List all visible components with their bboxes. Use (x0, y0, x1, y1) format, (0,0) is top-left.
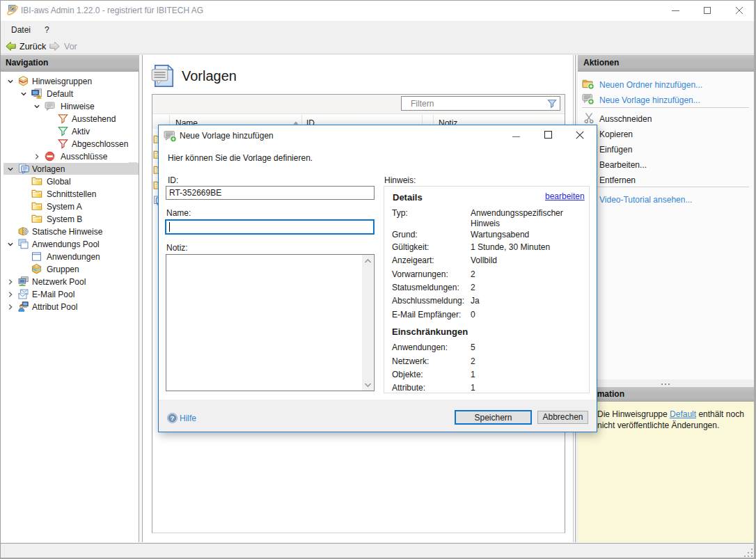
svg-text:?: ? (171, 414, 175, 422)
